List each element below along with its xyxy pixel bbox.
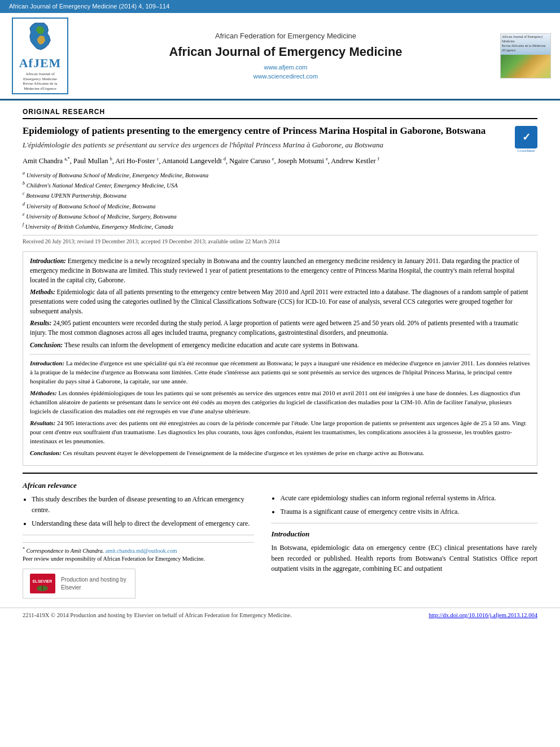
journal-header: AfJEM African Journal of Emergency Medic…	[0, 13, 560, 101]
abstract-fr-results-text: 24 905 interactions avec des patients on…	[30, 420, 526, 444]
two-col-section: African relevance This study describes t…	[23, 480, 537, 599]
abstract-conclusion-text: These results can inform the development…	[64, 342, 359, 348]
svg-rect-5	[42, 586, 43, 590]
abstract-fr: Introduction: La médecine d'urgence est …	[30, 354, 530, 457]
peer-review-text: Peer review under responsibility of Afri…	[23, 556, 205, 562]
abstract-intro-text: Emergency medicine is a newly recognized…	[30, 257, 519, 283]
list-item-3: Acute care epidemiology studies can info…	[280, 493, 537, 504]
logo-area: AfJEM African Journal of Emergency Medic…	[9, 18, 71, 94]
introduction-heading: Introduction	[271, 529, 537, 539]
abstract-intro-label: Introduction:	[30, 257, 68, 264]
header-center: African Federation for Emergency Medicin…	[78, 31, 493, 81]
abstract-fr-results-label: Résultats:	[30, 420, 57, 426]
africa-map-icon	[23, 22, 57, 50]
top-bar: African Journal of Emergency Medicine (2…	[0, 0, 560, 13]
article-title-fr: L'épidémiologie des patients se présenta…	[23, 141, 537, 150]
elsevier-logo: ELSEVIER	[30, 574, 55, 593]
african-relevance-heading: African relevance	[23, 480, 254, 491]
thumbnail-image	[501, 55, 550, 78]
abstract-conclusion-label: Conclusion:	[30, 342, 64, 348]
received-line: Received 26 July 2013; revised 19 Decemb…	[23, 235, 537, 246]
abstract-results-label: Results:	[30, 320, 53, 326]
african-relevance-list: This study describes the burden of disea…	[23, 494, 254, 529]
abstract-fr-methods-text: Les données épidémiologiques de tous les…	[30, 390, 520, 414]
abstract-fr-results: Résultats: 24 905 interactions avec des …	[30, 419, 530, 446]
african-relevance-list-2: Acute care epidemiology studies can info…	[271, 493, 537, 517]
affil-f: f University of British Columbia, Emerge…	[23, 221, 537, 231]
abstract-en-intro: Introduction: Emergency medicine is a ne…	[30, 256, 530, 285]
abstract-box: Introduction: Emergency medicine is a ne…	[23, 251, 537, 465]
col-divider	[23, 535, 254, 535]
abstract-methods-text: Epidemiologic data of all patients prese…	[30, 289, 528, 314]
main-content: ORIGINAL RESEARCH ✓ CrossMark Epidemiolo…	[0, 101, 560, 608]
journal-urls: www.afjem.com www.sciencedirect.com	[78, 63, 493, 81]
journal-citation: African Journal of Emergency Medicine (2…	[9, 3, 169, 10]
abstract-fr-conclusion-label: Conclusion:	[30, 449, 63, 456]
abstract-fr-intro-label: Introduction:	[30, 360, 66, 366]
abstract-fr-intro-text: La médecine d'urgence est une spécialité…	[30, 360, 530, 385]
abstract-en-results: Results: 24,905 patient encounters were …	[30, 318, 530, 337]
affil-b: b Children's National Medical Center, Em…	[23, 180, 537, 190]
svg-text:✓: ✓	[522, 132, 531, 143]
abstract-results-text: 24,905 patient encounters were recorded …	[30, 320, 518, 336]
svg-text:ELSEVIER: ELSEVIER	[33, 579, 53, 583]
crossmark-icon: ✓	[515, 126, 537, 148]
journal-title: African Journal of Emergency Medicine	[78, 43, 493, 61]
affil-e: e University of Botswana School of Medic…	[23, 211, 537, 221]
left-column: African relevance This study describes t…	[23, 480, 254, 599]
footer-issn: 2211-419X © 2014 Production and hosting …	[23, 611, 292, 620]
doi-link[interactable]: http://dx.doi.org/10.1016/j.afjem.2013.1…	[428, 612, 537, 618]
affil-c: c Botswana UPENN Partnership, Botswana	[23, 190, 537, 200]
section-label: ORIGINAL RESEARCH	[23, 107, 537, 119]
logo-box: AfJEM African Journal of Emergency Medic…	[12, 18, 68, 94]
journal-thumbnail: African Journal of Emergency MedicineRev…	[500, 33, 551, 78]
crossmark-label: CrossMark	[515, 148, 537, 154]
abstract-fr-conclusion: Conclusion: Ces résultats peuvent étayer…	[30, 449, 530, 458]
article-title-en: Epidemiology of patients presenting to t…	[23, 125, 537, 137]
abstract-methods-label: Methods:	[30, 289, 57, 295]
abstract-fr-conclusion-text: Ces résultats peuvent étayer le développ…	[63, 449, 424, 456]
crossmark-container: ✓ CrossMark	[515, 126, 537, 154]
list-item-1: This study describes the burden of disea…	[32, 494, 254, 515]
affiliations: a University of Botswana School of Medic…	[23, 170, 537, 232]
list-item-4: Trauma is a significant cause of emergen…	[280, 506, 537, 517]
right-column: Acute care epidemiology studies can info…	[271, 480, 537, 599]
abstract-en-conclusion: Conclusion: These results can inform the…	[30, 340, 530, 350]
footer-doi[interactable]: http://dx.doi.org/10.1016/j.afjem.2013.1…	[428, 611, 537, 620]
list-item-2: Understanding these data will help to di…	[32, 518, 254, 529]
logo-text: AfJEM	[16, 55, 64, 72]
correspondence-label: * Correspondence to Amit Chandra. amit.c…	[23, 548, 177, 554]
journal-url2[interactable]: www.sciencedirect.com	[253, 73, 318, 80]
intro-divider	[271, 523, 537, 523]
journal-url1[interactable]: www.afjem.com	[264, 64, 307, 71]
authors: Amit Chandra a,*, Paul Mullan b, Ari Ho-…	[23, 156, 537, 167]
elsevier-label: Production and hosting by Elsevier	[61, 576, 128, 592]
affil-a: a University of Botswana School of Medic…	[23, 170, 537, 180]
correspondence: * Correspondence to Amit Chandra. amit.c…	[23, 542, 254, 563]
affil-d: d University of Botswana School of Medic…	[23, 201, 537, 211]
abstract-fr-methods-label: Méthodes:	[30, 390, 58, 396]
section-divider	[23, 473, 537, 474]
abstract-en-methods: Methods: Epidemiologic data of all patie…	[30, 287, 530, 316]
correspondence-email[interactable]: amit.chandra.md@outlook.com	[106, 548, 177, 554]
journal-org: African Federation for Emergency Medicin…	[78, 31, 493, 41]
abstract-fr-intro: Introduction: La médecine d'urgence est …	[30, 359, 530, 386]
abstract-fr-methods: Méthodes: Les données épidémiologiques d…	[30, 389, 530, 416]
bottom-footer: 2211-419X © 2014 Production and hosting …	[0, 608, 560, 623]
introduction-text: In Botswana, epidemiologic data on emerg…	[271, 543, 537, 574]
elsevier-box: ELSEVIER Production and hosting by Elsev…	[23, 569, 135, 599]
